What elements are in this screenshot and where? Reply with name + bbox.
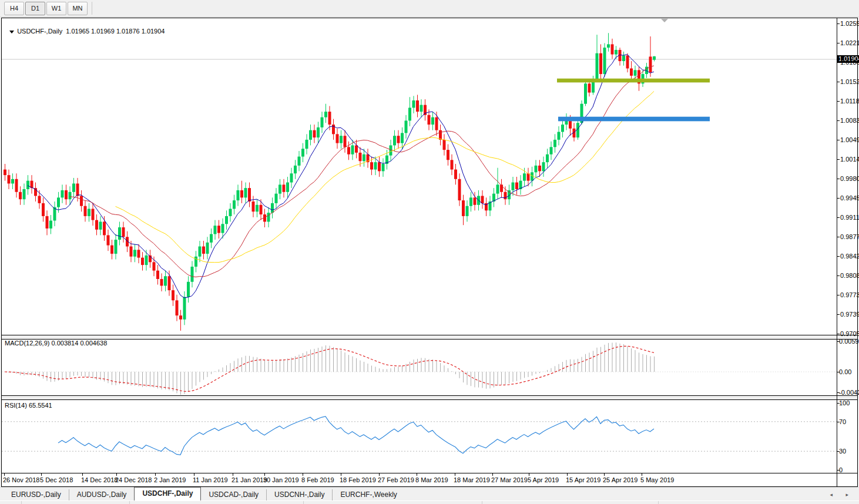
price-axis-label: 1.00140 xyxy=(840,156,859,163)
rsi-axis-label: 100 xyxy=(839,399,850,406)
price-axis-label: 0.99110 xyxy=(840,214,859,221)
price-axis-label: 0.98770 xyxy=(840,233,859,240)
status-bar xyxy=(0,500,859,504)
price-axis-label: 1.00830 xyxy=(840,117,859,124)
price-axis-label: 1.02210 xyxy=(840,39,859,46)
chart-tab-eurchf-weekly[interactable]: EURCHF-,Weekly xyxy=(332,489,404,500)
time-axis-label: 21 Jan 2019 xyxy=(231,476,267,483)
chart-tab-usdcad-daily[interactable]: USDCAD-,Daily xyxy=(201,489,266,500)
time-axis-label: 11 Jan 2019 xyxy=(193,476,228,483)
chart-tab-usdcnh-daily[interactable]: USDCNH-,Daily xyxy=(266,489,332,500)
chart-canvas xyxy=(0,0,859,504)
chart-tab-eurusd-daily[interactable]: EURUSD-,Daily xyxy=(4,489,69,500)
time-axis-label: 5 Apr 2019 xyxy=(528,476,559,483)
price-axis-label: 1.01860 xyxy=(840,59,859,66)
time-axis-label: 30 Jan 2019 xyxy=(263,476,299,483)
chart-title: USDCHF-,Daily 1.01965 1.01969 1.01876 1.… xyxy=(6,21,165,35)
chart-tab-bar: EURUSD-,DailyAUDUSD-,DailyUSDCHF-,DailyU… xyxy=(0,487,859,500)
time-axis-label: 18 Feb 2019 xyxy=(340,476,376,483)
price-axis-label: 1.00490 xyxy=(840,136,859,143)
time-axis-label: 18 Mar 2019 xyxy=(454,476,490,483)
chart-title-symbol: USDCHF-,Daily xyxy=(17,28,62,35)
price-axis-label: 1.01180 xyxy=(840,98,859,105)
price-axis-label: 1.01520 xyxy=(840,78,859,85)
rsi-axis-label: 70 xyxy=(839,418,846,425)
status-separator xyxy=(482,501,482,504)
rsi-label: RSI(14) 65.5541 xyxy=(5,402,52,409)
time-axis-label: 5 Dec 2018 xyxy=(40,476,73,483)
price-axis-label: 0.98080 xyxy=(840,272,859,279)
time-axis-label: 25 Apr 2019 xyxy=(603,476,637,483)
time-axis-label: 15 Apr 2019 xyxy=(566,476,600,483)
time-axis-label: 26 Nov 2018 xyxy=(3,476,39,483)
time-axis-label: 8 Feb 2019 xyxy=(301,476,334,483)
status-separator xyxy=(129,501,130,504)
time-axis-label: 5 May 2019 xyxy=(640,476,674,483)
time-axis-label: 24 Dec 2018 xyxy=(115,476,152,483)
tab-scroll-arrows[interactable]: ◂ ▸ xyxy=(830,489,854,500)
symbol-dropdown-icon[interactable] xyxy=(9,31,14,33)
status-separator xyxy=(21,501,22,504)
time-axis-label: 8 Mar 2019 xyxy=(415,476,448,483)
price-axis-label: 0.97050 xyxy=(840,330,859,337)
time-axis-label: 2 Jan 2019 xyxy=(154,476,186,483)
chart-tab-audusd-daily[interactable]: AUDUSD-,Daily xyxy=(69,489,135,500)
price-axis-label: 0.97730 xyxy=(840,291,859,298)
macd-axis-label: 0.00597 xyxy=(839,338,859,345)
rsi-axis-label: 0 xyxy=(839,466,843,473)
price-axis-label: 0.97390 xyxy=(840,311,859,318)
trading-terminal-window: { "toolbar": { "buttons": [ {"label": "H… xyxy=(0,0,859,504)
status-separator xyxy=(658,501,659,504)
chart-tab-usdchf-daily[interactable]: USDCHF-,Daily xyxy=(134,487,201,501)
macd-axis-label: -0.004243 xyxy=(839,389,859,396)
price-axis-label: 1.02550 xyxy=(840,20,859,27)
time-axis-label: 14 Dec 2018 xyxy=(81,476,118,483)
time-axis-label: 27 Feb 2019 xyxy=(378,476,414,483)
time-axis-label: 27 Mar 2019 xyxy=(491,476,528,483)
status-separator xyxy=(303,501,304,504)
price-axis-label: 0.99800 xyxy=(840,175,859,182)
macd-axis-label: 0.00 xyxy=(839,368,851,375)
price-axis-label: 0.99450 xyxy=(840,194,859,201)
rsi-axis-label: 30 xyxy=(839,448,846,455)
chart-title-ohlc: 1.01965 1.01969 1.01876 1.01904 xyxy=(66,28,165,35)
macd-label: MACD(12,26,9) 0.003814 0.004638 xyxy=(5,340,107,347)
price-axis-label: 0.98420 xyxy=(840,253,859,260)
